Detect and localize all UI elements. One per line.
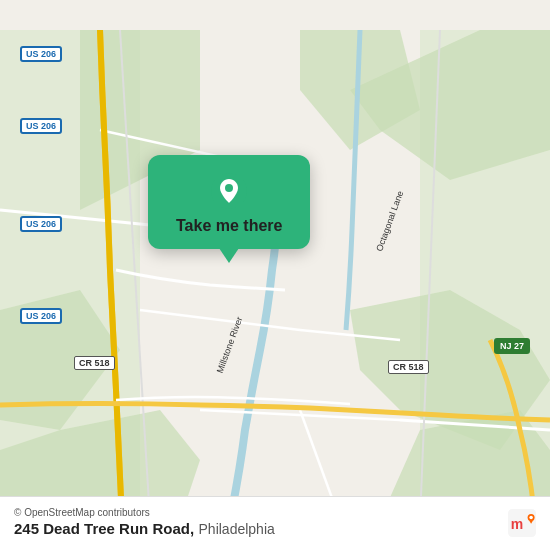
take-me-there-button[interactable]: Take me there — [176, 217, 282, 235]
info-bar: © OpenStreetMap contributors 245 Dead Tr… — [0, 496, 550, 550]
address-line: 245 Dead Tree Run Road, Philadelphia — [14, 520, 275, 538]
svg-point-23 — [529, 515, 533, 519]
popup-bubble[interactable]: Take me there — [148, 155, 310, 249]
svg-point-19 — [225, 184, 233, 192]
shield-us206-mid1: US 206 — [20, 118, 62, 134]
map-svg — [0, 0, 550, 550]
moovit-icon: m — [508, 509, 536, 537]
shield-cr518-left: CR 518 — [74, 356, 115, 370]
map-attribution: © OpenStreetMap contributors — [14, 507, 275, 518]
shield-cr518-right: CR 518 — [388, 360, 429, 374]
address-block: © OpenStreetMap contributors 245 Dead Tr… — [14, 507, 275, 538]
shield-us206-mid2: US 206 — [20, 216, 62, 232]
location-pin-icon — [211, 173, 247, 209]
map-container: US 206 US 206 US 206 US 206 CR 518 CR 51… — [0, 0, 550, 550]
svg-text:m: m — [511, 515, 523, 531]
shield-us206-top: US 206 — [20, 46, 62, 62]
shield-nj27: NJ 27 — [494, 338, 530, 354]
take-me-there-popup[interactable]: Take me there — [148, 155, 310, 249]
shield-us206-bot: US 206 — [20, 308, 62, 324]
moovit-logo: m — [508, 509, 536, 537]
svg-line-11 — [140, 310, 300, 330]
city-name: Philadelphia — [199, 521, 275, 537]
street-address: 245 Dead Tree Run Road, — [14, 520, 194, 537]
